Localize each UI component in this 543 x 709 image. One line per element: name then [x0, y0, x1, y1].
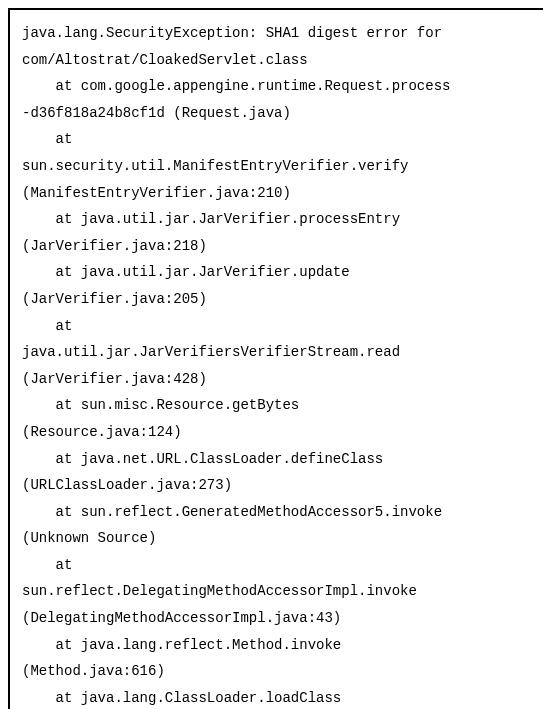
- stack-frame: at sun.misc.Resource.getBytes: [22, 392, 537, 419]
- exception-header-line1: java.lang.SecurityException: SHA1 digest…: [22, 20, 537, 47]
- stack-frame-loc: (Unknown Source): [22, 525, 537, 552]
- stack-frame-loc: (JarVerifier.java:218): [22, 233, 537, 260]
- stack-trace-block: java.lang.SecurityException: SHA1 digest…: [8, 8, 543, 709]
- stack-frame-loc: sun.security.util.ManifestEntryVerifier.…: [22, 153, 537, 180]
- stack-frame-loc: (Resource.java:124): [22, 419, 537, 446]
- stack-frame-loc: -d36f818a24b8cf1d (Request.java): [22, 100, 537, 127]
- stack-frame-loc: sun.reflect.DelegatingMethodAccessorImpl…: [22, 578, 537, 605]
- stack-frame-loc: java.util.jar.JarVerifiersVerifierStream…: [22, 339, 537, 366]
- stack-frame: at java.lang.ClassLoader.loadClass: [22, 685, 537, 709]
- stack-frame: at: [22, 126, 537, 153]
- stack-frame-loc: (ManifestEntryVerifier.java:210): [22, 180, 537, 207]
- stack-frame: at java.util.jar.JarVerifier.update: [22, 259, 537, 286]
- stack-frame-loc: (JarVerifier.java:428): [22, 366, 537, 393]
- stack-frame: at: [22, 552, 537, 579]
- stack-frame-loc: (URLClassLoader.java:273): [22, 472, 537, 499]
- stack-frame: at com.google.appengine.runtime.Request.…: [22, 73, 537, 100]
- stack-frame-loc: (JarVerifier.java:205): [22, 286, 537, 313]
- stack-frame-loc: (Method.java:616): [22, 658, 537, 685]
- stack-frame-loc: (DelegatingMethodAccessorImpl.java:43): [22, 605, 537, 632]
- stack-frame: at java.lang.reflect.Method.invoke: [22, 632, 537, 659]
- stack-frame: at java.util.jar.JarVerifier.processEntr…: [22, 206, 537, 233]
- stack-frame: at java.net.URL.ClassLoader.defineClass: [22, 446, 537, 473]
- stack-frame: at sun.reflect.GeneratedMethodAccessor5.…: [22, 499, 537, 526]
- stack-frame: at: [22, 313, 537, 340]
- exception-header-line2: com/Altostrat/CloakedServlet.class: [22, 47, 537, 74]
